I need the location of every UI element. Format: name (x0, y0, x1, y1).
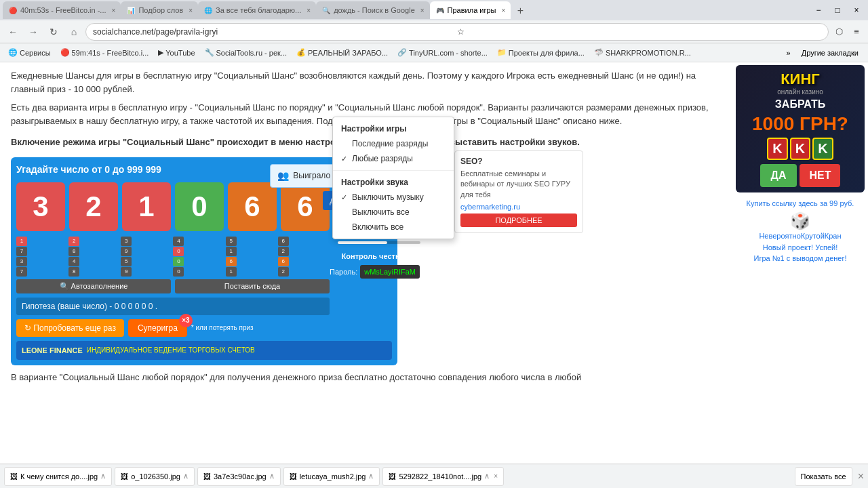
casino-yes-button[interactable]: ДА (760, 164, 797, 187)
download-chevron-1[interactable]: ∧ (183, 472, 189, 481)
mini-num[interactable]: 1 (226, 247, 237, 256)
tab-close-3[interactable]: × (307, 7, 311, 14)
dropdown-section-game: Настройки игры Последние разряды ✓ Любые… (333, 117, 454, 171)
mini-num[interactable]: 0 (173, 257, 184, 266)
bookmark-tinyurl[interactable]: 🔗 TinyURL.com - shorte... (393, 47, 492, 58)
extensions-icon[interactable]: ⬡ (831, 24, 846, 39)
mini-num[interactable]: 5 (121, 257, 132, 266)
mini-num[interactable]: 2 (278, 267, 289, 277)
mini-num[interactable]: 4 (173, 237, 184, 246)
forward-button[interactable]: → (24, 23, 42, 41)
mini-num[interactable]: 7 (16, 267, 27, 277)
bookmark-youtube[interactable]: ▶ YouTube (154, 47, 199, 58)
maximize-button[interactable]: □ (829, 3, 846, 18)
dropdown-item-any[interactable]: ✓ Любые разряды (333, 151, 454, 166)
check-order-button[interactable]: Поставить сюда (175, 279, 330, 293)
download-item-4[interactable]: 🖼 5292822_18410not....jpg ∧ × (382, 467, 504, 486)
autocomplete-button[interactable]: 🔍 Автозаполнение (16, 279, 171, 293)
download-chevron-4[interactable]: ∧ (484, 472, 490, 481)
seo-details-button[interactable]: ПОДРОБНЕЕ (460, 214, 577, 227)
download-close-4[interactable]: × (494, 472, 498, 480)
bookmark-projects[interactable]: 📁 Проекты для фрила... (493, 47, 589, 58)
download-item-1[interactable]: 🖼 o_1026350.jpg ∧ (115, 467, 195, 486)
bookmark-realzarab[interactable]: 💰 РЕАЛЬНЫЙ ЗАРАБО... (292, 47, 392, 58)
leone-banner[interactable]: LEONE FINANCE ИНДИВИДУАЛЬНОЕ ВЕДЕНИЕ ТОР… (16, 341, 392, 361)
mini-num[interactable]: 1 (226, 267, 237, 277)
refresh-icon[interactable]: ↻ (422, 266, 429, 278)
bookmark-socialtools[interactable]: 🔧 SocialTools.ru - рек... (201, 47, 291, 58)
realzarab-icon: 💰 (296, 48, 306, 57)
new-tab-button[interactable]: + (512, 3, 528, 19)
nav-bar: ← → ↻ ⌂ socialchance.net/page/pravila-ig… (0, 20, 868, 43)
bookmark-star-icon[interactable]: ☆ (457, 27, 821, 37)
mini-num[interactable]: 7 (16, 247, 27, 256)
casino-no-button[interactable]: НЕТ (800, 164, 840, 187)
mini-num[interactable]: 0 (173, 247, 184, 256)
tab-label-2: Подбор слов (138, 6, 183, 14)
mini-num[interactable]: 6 (226, 257, 237, 266)
download-chevron-2[interactable]: ∧ (269, 472, 275, 481)
dropdown-item-mute-all[interactable]: Выключить все (333, 205, 454, 220)
download-chevron-3[interactable]: ∧ (368, 472, 374, 481)
show-all-downloads-button[interactable]: Показать все (795, 467, 852, 486)
seo-link[interactable]: cybermarketing.ru (460, 203, 577, 211)
download-item-0[interactable]: 🖼 К чему снится до....jpg ∧ (4, 467, 112, 486)
mini-num[interactable]: 2 (278, 247, 289, 256)
dropdown-item-enable-all[interactable]: Включить все (333, 220, 454, 235)
mini-num[interactable]: 3 (16, 257, 27, 266)
mini-num[interactable]: 9 (121, 267, 132, 277)
tab-close-1[interactable]: × (112, 7, 116, 14)
password-value: wMsLayiRIFaM (360, 265, 420, 279)
other-bookmarks-button[interactable]: Другие закладки (796, 47, 864, 58)
home-button[interactable]: ⌂ (65, 23, 83, 41)
dropdown-item-last[interactable]: Последние разряды (333, 136, 454, 151)
close-button[interactable]: × (848, 3, 865, 18)
services-icon: 🌐 (8, 48, 18, 57)
more-bookmarks-button[interactable]: » (783, 47, 795, 58)
tab-close-2[interactable]: × (189, 7, 193, 14)
mini-num[interactable]: 8 (68, 247, 79, 256)
promo-line1: Новый проект! Успей! (753, 242, 846, 253)
super-game-button[interactable]: Суперигра (128, 319, 187, 337)
close-downloads-bar-icon[interactable]: × (858, 470, 864, 483)
tab-freebitco[interactable]: 🔴 40m:53s - FreeBitco.in -... × (3, 1, 121, 19)
mini-num[interactable]: 8 (68, 267, 79, 277)
mini-num[interactable]: 9 (121, 247, 132, 256)
people-icon: 👥 (277, 169, 289, 183)
mini-num[interactable]: 6 (278, 237, 289, 246)
download-item-3[interactable]: 🖼 letucaya_mush2.jpg ∧ (283, 467, 380, 486)
tab-close-5[interactable]: × (502, 7, 506, 14)
num-cell-2: 1 (122, 182, 171, 231)
download-item-2[interactable]: 🖼 3a7e3c90ac.jpg ∧ (197, 467, 281, 486)
download-chevron-0[interactable]: ∧ (100, 472, 106, 481)
bookmark-shark[interactable]: 🦈 SHARKPROMOTION.R... (590, 47, 695, 58)
num-cell-4: 6 (228, 182, 277, 231)
mini-num[interactable]: 6 (278, 257, 289, 266)
try-again-button[interactable]: ↻ Попробовать еще раз (16, 319, 124, 337)
mini-num[interactable]: 3 (121, 237, 132, 246)
minimize-button[interactable]: − (810, 3, 827, 18)
mini-num[interactable]: 4 (68, 257, 79, 266)
tab-close-4[interactable]: × (420, 7, 425, 14)
bookmark-label-tinyurl: TinyURL.com - shorte... (409, 49, 488, 57)
tab-google[interactable]: 🔍 дождь - Поиск в Google × (316, 1, 429, 19)
address-bar[interactable]: socialchance.net/page/pravila-igryi ☆ (85, 23, 829, 41)
bookmark-label-youtube: YouTube (165, 49, 195, 57)
tab-podbor[interactable]: 📊 Подбор слов × (121, 1, 198, 19)
promo-lines[interactable]: НевероятноКрутойКран Новый проект! Успей… (753, 230, 846, 264)
dropdown-item-mute-music[interactable]: ✓ Выключить музыку (333, 190, 454, 205)
tab-favicon-3: 🌐 (203, 5, 213, 15)
buy-link-text[interactable]: Купить ссылку здесь за 99 руб. (747, 199, 854, 207)
tab-za-vse[interactable]: 🌐 За все тебя благодарю... × (198, 1, 316, 19)
back-button[interactable]: ← (4, 23, 22, 41)
menu-icon[interactable]: ≡ (849, 24, 864, 39)
mini-num[interactable]: 5 (226, 237, 237, 246)
bookmark-services[interactable]: 🌐 Сервисы (4, 47, 55, 58)
bookmark-freebitco[interactable]: 🔴 59m:41s - FreeBitco.i... (56, 47, 153, 58)
article-para4: В варианте "Социальный Шанс любой порядо… (11, 371, 722, 384)
tab-pravila[interactable]: 🎮 Правила игры × (430, 1, 511, 19)
reload-button[interactable]: ↻ (45, 23, 62, 41)
mini-num[interactable]: 1 (16, 237, 27, 246)
mini-num[interactable]: 0 (173, 267, 184, 277)
mini-num[interactable]: 2 (68, 237, 79, 246)
